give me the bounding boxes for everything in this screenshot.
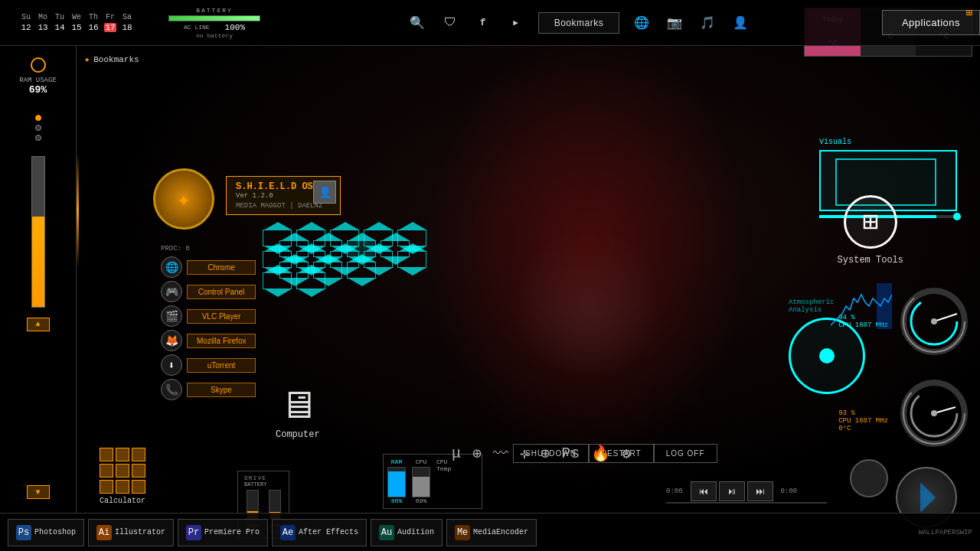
side-dot-1 bbox=[35, 115, 41, 121]
person-icon[interactable]: ⊕ bbox=[541, 444, 550, 463]
battery-bar bbox=[168, 15, 260, 21]
bookmarks-text: Bookmarks bbox=[93, 55, 139, 64]
top-right-icon: ⊞ bbox=[966, 6, 972, 19]
facebook-icon[interactable]: f bbox=[472, 12, 494, 34]
photoshop-icon[interactable]: Ps bbox=[561, 445, 580, 462]
calc-key[interactable] bbox=[116, 448, 129, 461]
play-indicator bbox=[911, 482, 942, 513]
counter-strike-icon[interactable]: ⊕ bbox=[472, 444, 482, 463]
flame-icon[interactable]: 🔥 bbox=[591, 444, 610, 463]
computer-label: Computer bbox=[276, 429, 320, 440]
shield-badge: ✦ bbox=[153, 168, 214, 230]
youtube-icon[interactable]: ▶ bbox=[505, 12, 527, 34]
users-icon[interactable]: 👤 bbox=[730, 12, 751, 34]
atmospheric-dot bbox=[819, 348, 835, 364]
taskbar: Ps Photoshop Ai Illustrator Pr Premiere … bbox=[0, 513, 980, 551]
ram-usage-widget: RAM USAGE 69% bbox=[19, 77, 57, 96]
taskbar-mediaencoder-label: MediaEncoder bbox=[473, 528, 528, 536]
bookmarks-button[interactable]: Bookmarks bbox=[538, 12, 620, 34]
list-item: 📞 Skype bbox=[161, 379, 256, 400]
skype-button[interactable]: Skype bbox=[187, 383, 256, 397]
left-panel: RAM USAGE 69% ▲ ▼ bbox=[0, 46, 77, 513]
firefox-app-icon: 🦊 bbox=[161, 330, 182, 351]
calendar-days-header: Su Mo Tu We Th Fr Sa bbox=[20, 13, 133, 21]
svg-line-4 bbox=[934, 314, 957, 321]
cpu-temp-2: 0°C bbox=[838, 425, 888, 432]
calc-key[interactable] bbox=[100, 448, 113, 461]
after-effects-icon: Ae bbox=[280, 525, 296, 540]
arrow-down-button[interactable]: ▼ bbox=[27, 485, 50, 499]
calc-key[interactable] bbox=[116, 480, 129, 494]
taskbar-aftereffects[interactable]: Ae After Effects bbox=[272, 519, 367, 546]
side-dots bbox=[35, 115, 41, 141]
shield-info-panel: S.H.I.E.L.D OS Ver 1.2.0 MEDIA MAGGOT | … bbox=[226, 176, 341, 215]
computer-widget: 🖥 Computer bbox=[276, 383, 320, 440]
ram-value: 69% bbox=[19, 84, 57, 96]
hex-grid bbox=[260, 230, 429, 283]
media-time-right: 0:00 bbox=[781, 487, 798, 495]
gear-icon[interactable]: ⚙ bbox=[622, 444, 631, 463]
taskbar-illustrator[interactable]: Ai Illustrator bbox=[88, 519, 174, 546]
media-volume-knob[interactable] bbox=[850, 459, 888, 497]
taskbar-premiere[interactable]: Pr Premiere Pro bbox=[178, 519, 268, 546]
cpu-mini-labels: CPU Temp bbox=[436, 458, 451, 472]
play-pause-button[interactable]: ⏯ bbox=[719, 481, 745, 501]
proc-label: PROC: 0 bbox=[161, 245, 256, 253]
side-dot-3 bbox=[35, 135, 41, 141]
skype-icon: 📞 bbox=[161, 379, 182, 400]
shield-avatar: 👤 bbox=[313, 181, 336, 204]
calc-key[interactable] bbox=[100, 464, 113, 478]
deco-line bbox=[77, 153, 79, 268]
control-panel-button[interactable]: Control Panel bbox=[187, 285, 256, 299]
bookmarks-left: ★ Bookmarks bbox=[84, 54, 139, 65]
shield-icon[interactable]: 🛡 bbox=[439, 12, 461, 34]
crosshair-icon[interactable]: ✛ bbox=[520, 444, 529, 463]
ram-indicator bbox=[31, 57, 46, 73]
firefox-icon[interactable]: 🌐 bbox=[631, 12, 652, 34]
battery-section: BATTERY AC LINE 100% no battery bbox=[153, 7, 276, 39]
list-item: 🎮 Control Panel bbox=[161, 281, 256, 302]
steam-icon: 🎮 bbox=[161, 281, 182, 302]
calc-key[interactable] bbox=[132, 448, 145, 461]
app-icon-tray: μ ⊕ 〰 ✛ ⊕ Ps 🔥 ⚙ bbox=[452, 444, 631, 463]
list-item: 🎬 VLC Player bbox=[161, 305, 256, 327]
taskbar-audition[interactable]: Au Audition bbox=[371, 519, 443, 546]
wave-icon[interactable]: 〰 bbox=[493, 445, 508, 463]
cpu-gauge-2 bbox=[896, 375, 972, 452]
cpu-gauge-1 bbox=[896, 283, 972, 360]
drive-label: DRIVE bbox=[244, 474, 283, 481]
next-button[interactable]: ⏭ bbox=[747, 481, 773, 501]
utorrent-button[interactable]: uTorrent bbox=[187, 358, 256, 373]
top-bar: Su Mo Tu We Th Fr Sa 12 13 14 15 16 17 1… bbox=[0, 0, 980, 46]
vlc-button[interactable]: VLC Player bbox=[187, 309, 256, 324]
arrow-up-button[interactable]: ▲ bbox=[27, 318, 50, 331]
battery-bar-fill bbox=[169, 16, 260, 21]
utorrent-tray-icon[interactable]: μ bbox=[452, 445, 461, 462]
proc-section: PROC: 0 🌐 Chrome 🎮 Control Panel 🎬 VLC P… bbox=[161, 245, 256, 403]
photoshop-icon: Ps bbox=[16, 525, 31, 540]
windows-logo-icon[interactable]: ⊞ bbox=[844, 195, 897, 249]
taskbar-mediaencoder[interactable]: Me MediaEncoder bbox=[446, 519, 537, 546]
calc-key[interactable] bbox=[116, 464, 129, 478]
wallpaper-credit: WALLPAPERSWIP bbox=[919, 529, 972, 536]
mediaencoder-icon: Me bbox=[455, 525, 470, 540]
list-item: 🌐 Chrome bbox=[161, 256, 256, 278]
firefox-button[interactable]: Mozilla Firefox bbox=[187, 334, 256, 348]
chrome-button[interactable]: Chrome bbox=[187, 260, 256, 275]
prev-button[interactable]: ⏮ bbox=[691, 481, 717, 501]
media-progress-bar[interactable] bbox=[666, 502, 827, 504]
vlc-icon: 🎬 bbox=[161, 305, 182, 327]
camera-icon[interactable]: 📷 bbox=[664, 12, 685, 34]
calculator-grid bbox=[100, 448, 145, 494]
music-icon[interactable]: 🎵 bbox=[697, 12, 718, 34]
battery-status: no battery bbox=[196, 32, 233, 39]
search-icon[interactable]: 🔍 bbox=[407, 12, 428, 34]
taskbar-photoshop-label: Photoshop bbox=[34, 528, 76, 536]
calc-key[interactable] bbox=[100, 480, 113, 494]
taskbar-photoshop[interactable]: Ps Photoshop bbox=[8, 519, 84, 546]
premiere-icon: Pr bbox=[186, 525, 201, 540]
calc-key[interactable] bbox=[132, 480, 145, 494]
calc-key[interactable] bbox=[132, 464, 145, 478]
chrome-icon: 🌐 bbox=[161, 256, 182, 278]
logoff-button[interactable]: LOG OFF bbox=[654, 444, 717, 463]
